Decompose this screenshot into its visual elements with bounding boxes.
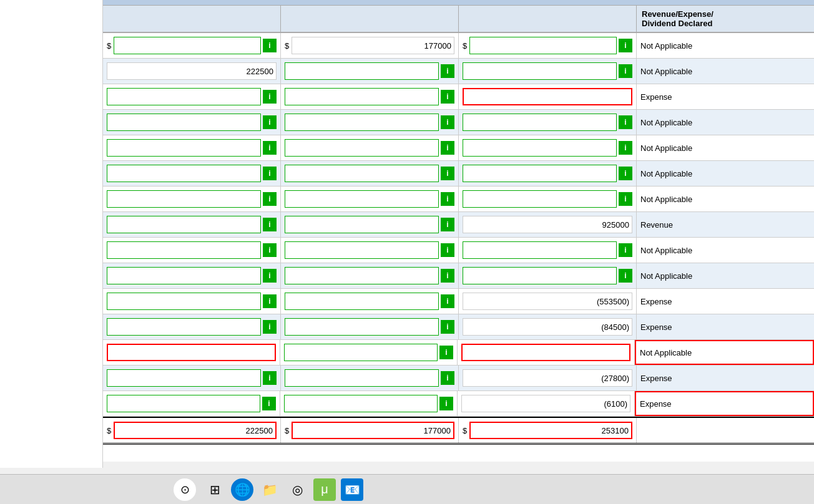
note-payable-input[interactable] — [107, 344, 276, 361]
retained-earnings-input[interactable] — [463, 318, 632, 336]
retained-earnings-input[interactable] — [463, 88, 632, 105]
info-button[interactable]: i — [441, 320, 454, 334]
retained-earnings-input[interactable] — [463, 62, 617, 80]
note-payable-cell: i — [103, 314, 281, 339]
info-button[interactable]: i — [441, 243, 454, 257]
info-button[interactable]: i — [263, 320, 277, 334]
note-payable-input[interactable] — [107, 369, 261, 387]
note-payable-input[interactable] — [107, 293, 261, 310]
note-payable-input[interactable] — [107, 318, 261, 336]
info-button[interactable]: i — [263, 243, 277, 257]
retained-earnings-input[interactable] — [463, 267, 617, 284]
note-payable-cell — [103, 59, 281, 84]
info-button[interactable]: i — [619, 192, 632, 206]
info-button[interactable]: i — [441, 218, 454, 231]
retained-earnings-input[interactable] — [463, 114, 617, 131]
retained-earnings-input[interactable] — [463, 241, 617, 259]
info-button[interactable]: i — [441, 115, 454, 129]
total-common-shares-input[interactable] — [292, 422, 454, 439]
info-button[interactable]: i — [619, 167, 632, 180]
note-payable-input[interactable] — [107, 241, 261, 259]
total-note-payable-input[interactable] — [114, 422, 277, 439]
info-button[interactable]: i — [441, 269, 454, 283]
info-button[interactable]: i — [441, 90, 454, 104]
info-button[interactable]: i — [263, 218, 277, 231]
common-shares-input[interactable] — [285, 216, 439, 233]
info-button[interactable]: i — [441, 141, 454, 155]
common-shares-input[interactable] — [285, 165, 439, 182]
label-cell: Not Applicable — [637, 59, 814, 84]
retained-earnings-input[interactable] — [463, 216, 632, 233]
info-button[interactable]: i — [262, 397, 276, 410]
note-payable-input[interactable] — [107, 216, 261, 233]
common-shares-input[interactable] — [285, 88, 439, 105]
retained-earnings-input[interactable] — [463, 190, 617, 208]
note-payable-input[interactable] — [107, 62, 277, 80]
retained-earnings-input[interactable] — [463, 165, 617, 182]
retained-earnings-input[interactable] — [463, 139, 617, 157]
info-button[interactable]: i — [441, 167, 454, 180]
info-button[interactable]: i — [619, 39, 632, 52]
retained-earnings-input[interactable] — [463, 369, 632, 387]
common-shares-input[interactable] — [285, 369, 439, 387]
info-button[interactable]: i — [263, 39, 277, 52]
common-shares-cell: i — [281, 59, 459, 84]
info-button[interactable]: i — [263, 167, 277, 180]
info-button[interactable]: i — [263, 115, 277, 129]
common-shares-cell: i — [281, 161, 459, 186]
info-button[interactable]: i — [441, 64, 454, 78]
retained-earnings-cell: i — [459, 263, 637, 288]
info-button[interactable]: i — [441, 192, 454, 206]
common-shares-input[interactable] — [284, 344, 438, 361]
retained-earnings-cell — [459, 366, 637, 390]
label-cell: Not Applicable — [637, 161, 814, 186]
info-button[interactable]: i — [619, 115, 632, 129]
info-button[interactable]: i — [439, 346, 453, 359]
total-retained-earnings-input[interactable] — [469, 422, 632, 439]
info-button[interactable]: i — [441, 294, 454, 308]
note-payable-input[interactable] — [107, 395, 260, 412]
note-payable-input[interactable] — [107, 88, 261, 105]
common-shares-input[interactable] — [285, 241, 439, 259]
info-button[interactable]: i — [263, 371, 277, 385]
common-shares-input[interactable] — [292, 37, 454, 54]
info-button[interactable]: i — [619, 64, 632, 78]
common-shares-input[interactable] — [285, 139, 439, 157]
note-payable-input[interactable] — [107, 139, 261, 157]
retained-earnings-input[interactable] — [469, 37, 617, 54]
retained-earnings-cell — [459, 289, 637, 314]
common-shares-input[interactable] — [285, 62, 439, 80]
common-shares-cell: i — [281, 366, 459, 390]
info-button[interactable]: i — [619, 269, 632, 283]
note-payable-input[interactable] — [107, 165, 261, 182]
note-payable-cell: i — [103, 135, 281, 160]
info-button[interactable]: i — [263, 294, 277, 308]
info-button[interactable]: i — [263, 192, 277, 206]
common-shares-input[interactable] — [285, 267, 439, 284]
common-shares-input[interactable] — [285, 318, 439, 336]
common-shares-input[interactable] — [285, 293, 439, 310]
info-button[interactable]: i — [619, 243, 632, 257]
common-shares-input[interactable] — [285, 114, 439, 131]
info-button[interactable]: i — [619, 141, 632, 155]
note-payable-input[interactable] — [107, 267, 261, 284]
info-button[interactable]: i — [263, 269, 277, 283]
retained-earnings-input[interactable] — [463, 293, 632, 310]
retained-earnings-input[interactable] — [461, 395, 630, 412]
note-payable-input[interactable] — [114, 37, 261, 54]
note-payable-input[interactable] — [107, 114, 261, 131]
dollar-sign: $ — [107, 41, 111, 51]
common-shares-input[interactable] — [284, 395, 438, 412]
shareholders-equity-header — [103, 0, 814, 6]
info-button[interactable]: i — [263, 141, 277, 155]
note-payable-input[interactable] — [107, 190, 261, 208]
label-cell: Expense — [637, 314, 814, 339]
table-row: iiiNot Applicable — [103, 135, 814, 161]
info-button[interactable]: i — [439, 397, 453, 410]
common-shares-input[interactable] — [285, 190, 439, 208]
retained-earnings-input[interactable] — [461, 344, 630, 361]
label-cell: Not Applicable — [637, 263, 814, 288]
info-button[interactable]: i — [441, 371, 454, 385]
dollar-sign: $ — [463, 41, 467, 51]
info-button[interactable]: i — [263, 90, 277, 104]
